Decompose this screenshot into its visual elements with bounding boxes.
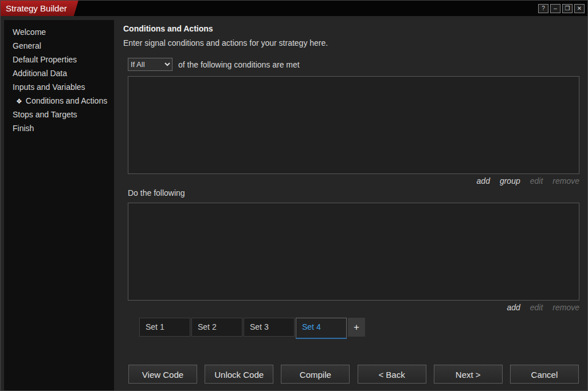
titlebar[interactable]: Strategy Builder ? – ❐ ✕ <box>1 1 587 16</box>
conditions-add-link[interactable]: add <box>477 176 490 185</box>
conditions-edit-link: edit <box>530 176 543 185</box>
conditions-links: add group edit remove <box>128 176 579 185</box>
plus-icon: + <box>354 322 359 333</box>
sidebar: Welcome General Default Properties Addit… <box>4 20 114 390</box>
tab-set-4[interactable]: Set 4 <box>296 318 347 339</box>
window-controls: ? – ❐ ✕ <box>538 4 587 13</box>
back-button[interactable]: < Back <box>358 365 426 384</box>
close-icon: ✕ <box>577 5 582 11</box>
bottom-buttons: View Code Unlock Code Compile < Back Nex… <box>128 365 579 384</box>
page-subtitle: Enter signal conditions and actions for … <box>123 38 579 48</box>
main-content: Conditions and Actions Enter signal cond… <box>114 20 587 390</box>
actions-links: add edit remove <box>128 303 579 312</box>
conditions-operator-row: If All of the following conditions are m… <box>128 58 579 71</box>
maximize-button[interactable]: ❐ <box>562 4 573 13</box>
strategy-builder-window: Strategy Builder ? – ❐ ✕ Welcome General <box>0 0 588 391</box>
help-icon: ? <box>542 5 545 11</box>
sidebar-item-finish[interactable]: Finish <box>4 121 114 135</box>
actions-remove-link: remove <box>552 303 579 312</box>
maximize-icon: ❐ <box>565 5 570 11</box>
actions-list-panel[interactable] <box>128 203 579 301</box>
sidebar-item-general[interactable]: General <box>4 39 114 53</box>
conditions-caption: of the following conditions are met <box>178 60 300 69</box>
set-tabs: Set 1 Set 2 Set 3 Set 4 + <box>139 318 579 341</box>
sidebar-item-inputs-and-variables[interactable]: Inputs and Variables <box>4 80 114 94</box>
tab-set-3[interactable]: Set 3 <box>244 318 295 337</box>
page-title: Conditions and Actions <box>123 24 579 33</box>
close-button[interactable]: ✕ <box>574 4 585 13</box>
cancel-button[interactable]: Cancel <box>510 365 579 384</box>
conditions-remove-link: remove <box>552 176 579 185</box>
minimize-icon: – <box>554 5 557 11</box>
window-body: Welcome General Default Properties Addit… <box>1 16 587 390</box>
sidebar-item-default-properties[interactable]: Default Properties <box>4 53 114 66</box>
sidebar-item-stops-and-targets[interactable]: Stops and Targets <box>4 108 114 121</box>
tab-set-2[interactable]: Set 2 <box>191 318 242 337</box>
tab-set-1[interactable]: Set 1 <box>139 318 190 337</box>
compile-button[interactable]: Compile <box>281 365 350 384</box>
minimize-button[interactable]: – <box>550 4 560 13</box>
help-button[interactable]: ? <box>538 4 548 13</box>
next-button[interactable]: Next > <box>434 365 503 384</box>
conditions-operator-select[interactable]: If All <box>128 58 173 71</box>
add-set-tab-button[interactable]: + <box>348 318 365 337</box>
conditions-list-panel[interactable] <box>128 76 579 174</box>
actions-edit-link: edit <box>530 303 543 312</box>
sidebar-item-additional-data[interactable]: Additional Data <box>4 66 114 80</box>
sidebar-item-welcome[interactable]: Welcome <box>4 25 114 39</box>
window-title: Strategy Builder <box>1 1 79 16</box>
view-code-button[interactable]: View Code <box>128 365 197 384</box>
conditions-group-link[interactable]: group <box>500 176 520 185</box>
unlock-code-button[interactable]: Unlock Code <box>205 365 273 384</box>
actions-label: Do the following <box>128 188 579 198</box>
actions-add-link[interactable]: add <box>507 303 520 312</box>
four-diamond-icon: ❖ <box>16 97 22 105</box>
sidebar-item-conditions-and-actions[interactable]: ❖Conditions and Actions <box>4 94 114 108</box>
